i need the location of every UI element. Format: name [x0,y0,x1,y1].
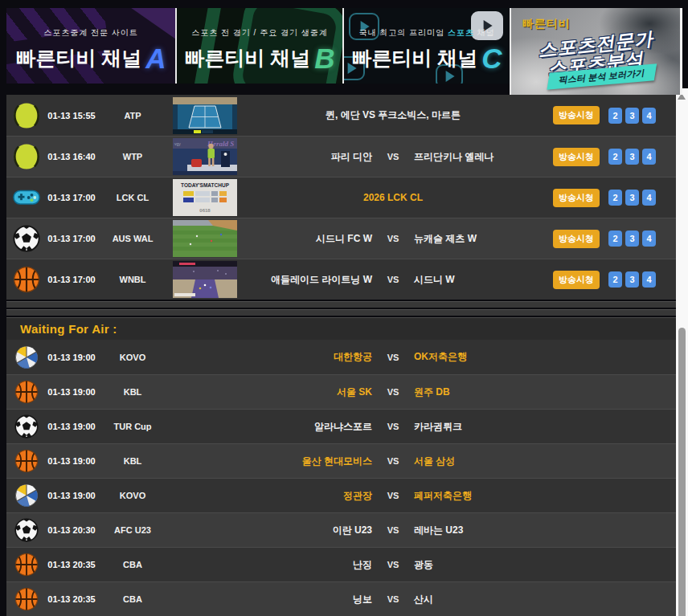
league-name: ATP [96,111,169,120]
tennis-icon [13,143,40,170]
channel-buttons: 234 [608,271,656,288]
waiting-section-title: Waiting For Air : [6,317,676,340]
match-time: 01-13 20:35 [47,594,96,604]
league-name: AUS WAL [96,234,169,243]
channel-2-button[interactable]: 2 [608,230,622,247]
live-match-row: 01-13 16:40WTPHerald Svgy파리 디안VS프리단키나 옐레… [6,136,676,177]
home-team: 난징 [241,558,383,572]
away-team: 페퍼저축은행 [403,489,545,503]
channel-4-button[interactable]: 4 [642,230,656,247]
svg-text:vgy: vgy [174,141,181,146]
watch-broadcast-button[interactable]: 방송시청 [553,271,600,289]
match-time: 01-13 19:00 [47,387,96,397]
match-time: 01-13 19:00 [47,353,96,362]
section-divider [6,301,676,308]
vs-label: VS [383,456,403,466]
home-team: 애들레이드 라이트닝 W [241,273,383,287]
banner-a-tagline: 스포츠중계 전문 사이트 [6,27,175,39]
channel-buttons: 234 [608,149,656,165]
league-name: CBA [96,560,169,569]
vs-label: VS [383,275,403,284]
watch-broadcast-button[interactable]: 방송시청 [553,106,600,124]
waiting-match-row: 01-13 19:00KBL울산 현대모비스VS서울 삼성 [6,443,676,478]
home-team: 파리 디안 [241,150,383,164]
basketball-icon [14,587,39,611]
volleyball-icon [14,483,39,508]
vs-label: VS [383,525,403,535]
banner-d-brand: 빠른티비 [522,17,571,31]
volleyball-icon [14,345,39,369]
match-time: 01-13 20:30 [47,525,96,535]
channel-4-button[interactable]: 4 [642,190,656,206]
svg-text:0618: 0618 [199,208,211,213]
home-team: 대한항공 [241,350,383,364]
vs-label: VS [383,387,403,397]
watch-broadcast-button[interactable]: 방송시청 [553,148,600,166]
basketball-icon [14,553,39,577]
match-time: 01-13 19:00 [47,422,96,431]
match-time: 01-13 17:00 [47,275,96,284]
live-match-row: 01-13 17:00WNBL애들레이드 라이트닝 WVS시드니 W방송시청23… [6,259,676,300]
schedule-area: 01-13 15:55ATP퀸, 에단 VS 푸크소빅스, 마르튼방송시청234… [6,95,676,616]
home-team: 닝보 [241,593,383,606]
channel-3-button[interactable]: 3 [625,190,639,206]
channel-3-button[interactable]: 3 [625,108,639,124]
waiting-match-row: 01-13 20:30AFC U23이란 U23VS레바는 U23 [6,512,676,547]
home-team: 이란 U23 [241,524,383,537]
home-team: 시드니 FC W [241,232,383,246]
banner-a-title: 빠른티비 채널 [15,47,141,69]
esports-icon [13,184,40,211]
away-team: 원주 DB [403,386,545,399]
banner-sports-analysis[interactable]: 빠른티비 스포츠전문가 스포츠분석 픽스터 분석 보러가기 [510,8,682,95]
banner-b-title: 빠른티비 채널 [184,47,310,69]
page-scrollbar[interactable] [676,88,688,616]
waiting-match-list: 01-13 19:00KOVO대한항공VSOK저축은행01-13 19:00KB… [6,340,676,616]
live-match-list: 01-13 15:55ATP퀸, 에단 VS 푸크소빅스, 마르튼방송시청234… [6,95,676,300]
match-thumbnail[interactable] [173,97,237,134]
channel-2-button[interactable]: 2 [608,271,622,288]
match-thumbnail[interactable]: Herald Svgy [173,138,237,175]
channel-3-button[interactable]: 3 [625,149,639,165]
channel-4-button[interactable]: 4 [642,271,656,288]
match-time: 01-13 20:35 [47,560,96,569]
vs-label: VS [383,422,403,431]
live-match-row: 01-13 17:00LCK CLTODAY'SMATCHUP06182026 … [6,177,676,218]
vs-label: VS [383,594,403,604]
banner-strip: 스포츠중계 전문 사이트 빠른티비 채널A 스포츠 전 경기 / 주요 경기 생… [6,8,682,95]
away-team: 카라귐뤼크 [403,420,545,434]
match-time: 01-13 15:55 [47,111,96,120]
away-team: OK저축은행 [403,350,545,364]
away-team: 시드니 W [403,273,545,287]
scrollbar-thumb[interactable] [678,328,686,616]
channel-3-button[interactable]: 3 [625,271,639,288]
watch-broadcast-button[interactable]: 방송시청 [553,230,600,248]
match-time: 01-13 17:00 [47,193,96,202]
banner-channel-c[interactable]: 국내 최고의 프리미엄 스포츠 채널 빠른티비 채널C [342,8,510,84]
soccer-icon [13,225,40,252]
channel-2-button[interactable]: 2 [608,108,622,124]
match-thumbnail[interactable] [173,261,237,298]
watch-broadcast-button[interactable]: 방송시청 [553,189,600,207]
channel-4-button[interactable]: 4 [642,149,656,165]
vs-label: VS [383,560,403,569]
channel-4-button[interactable]: 4 [642,108,656,124]
league-name: LCK CL [96,193,169,202]
match-thumbnail[interactable] [173,220,237,257]
home-team: 정관장 [241,489,383,503]
channel-3-button[interactable]: 3 [625,230,639,247]
league-name: KBL [96,456,169,466]
channel-2-button[interactable]: 2 [608,190,622,206]
vs-label: VS [383,152,403,161]
channel-2-button[interactable]: 2 [608,149,622,165]
home-team: 알라냐스포르 [241,420,383,434]
match-time: 01-13 19:00 [47,491,96,500]
banner-channel-b[interactable]: 스포츠 전 경기 / 주요 경기 생중계 빠른티비 채널B [175,8,342,84]
soccer-icon [14,414,39,439]
match-time: 01-13 17:00 [47,234,96,243]
live-match-row: 01-13 17:00AUS WAL시드니 FC WVS뉴캐슬 제츠 W방송시청… [6,218,676,259]
away-team: 프리단키나 옐레나 [403,150,545,164]
section-divider [6,309,676,316]
channel-buttons: 234 [608,190,656,206]
banner-channel-a[interactable]: 스포츠중계 전문 사이트 빠른티비 채널A [6,8,175,84]
match-thumbnail[interactable]: TODAY'SMATCHUP0618 [173,179,237,216]
